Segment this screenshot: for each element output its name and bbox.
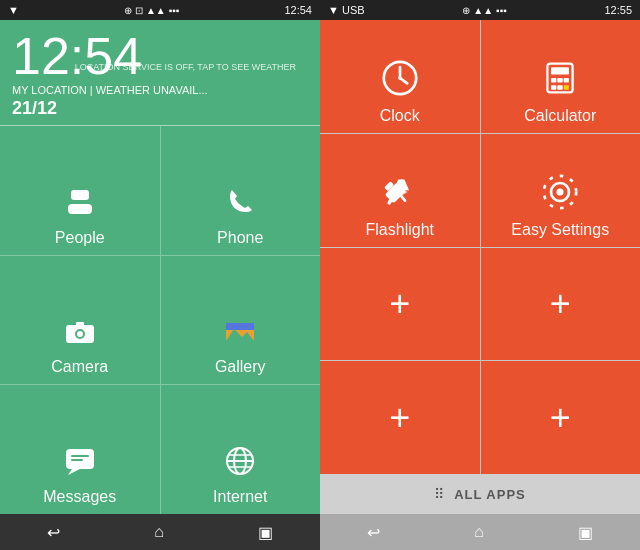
svg-rect-29 [558, 85, 563, 90]
left-status-bar: ▼ ⊕ ⊡ ▲▲ ▪▪▪ 12:54 [0, 0, 320, 20]
calculator-icon [542, 60, 578, 103]
svg-point-5 [77, 331, 83, 337]
phone-icon [224, 186, 256, 225]
app-cell-gallery[interactable]: Gallery [161, 256, 321, 385]
app-cell-camera[interactable]: Camera [0, 256, 160, 385]
widget-time: 12:54 [12, 30, 308, 82]
clock-icon [382, 60, 418, 103]
left-phone: ▼ ⊕ ⊡ ▲▲ ▪▪▪ 12:54 12:54 LOCATION SERVIC… [0, 0, 320, 550]
app-cell-clock[interactable]: Clock [320, 20, 480, 133]
flashlight-icon [382, 174, 418, 217]
gallery-icon [224, 315, 256, 354]
gallery-label: Gallery [215, 358, 266, 376]
date-text: 21/12 [12, 98, 308, 119]
right-status-bar: ▼ USB ⊕ ▲▲ ▪▪▪ 12:55 [320, 0, 640, 20]
left-time: 12:54 [284, 4, 312, 16]
home-button-right[interactable]: ⌂ [462, 519, 496, 545]
camera-label: Camera [51, 358, 108, 376]
app-cell-calculator[interactable]: Calculator [481, 20, 641, 133]
svg-rect-13 [71, 459, 83, 461]
svg-marker-35 [393, 179, 408, 190]
svg-rect-24 [551, 67, 569, 74]
svg-point-22 [398, 76, 402, 80]
svg-rect-27 [564, 78, 569, 83]
svg-rect-12 [71, 455, 89, 457]
add-app-2[interactable]: + [481, 248, 641, 361]
add-icon-2: + [550, 283, 571, 325]
all-apps-bar[interactable]: ⠿ ALL APPS [320, 474, 640, 514]
app-cell-flashlight[interactable]: Flashlight [320, 134, 480, 247]
svg-rect-30 [564, 85, 569, 90]
all-apps-grid-icon: ⠿ [434, 486, 446, 502]
right-status-icons: ⊕ ▲▲ ▪▪▪ [462, 5, 506, 16]
app-cell-people[interactable]: People [0, 126, 160, 255]
svg-rect-6 [76, 322, 84, 326]
right-nav-bar: ↩ ⌂ ▣ [320, 514, 640, 550]
all-apps-label: ALL APPS [454, 487, 526, 502]
svg-rect-28 [551, 85, 556, 90]
app-cell-internet[interactable]: Internet [161, 385, 321, 514]
svg-point-38 [557, 188, 564, 195]
svg-rect-2 [68, 204, 92, 214]
svg-rect-1 [71, 190, 89, 200]
internet-label: Internet [213, 488, 267, 506]
svg-rect-8 [226, 323, 254, 330]
easy-settings-icon [542, 174, 578, 217]
easy-settings-label: Easy Settings [511, 221, 609, 239]
left-nav-bar: ↩ ⌂ ▣ [0, 514, 320, 550]
camera-icon [64, 315, 96, 354]
widget-top: 12:54 LOCATION SERVICE IS OFF, TAP TO SE… [12, 30, 308, 82]
people-label: People [55, 229, 105, 247]
add-app-4[interactable]: + [481, 361, 641, 474]
phone-label: Phone [217, 229, 263, 247]
add-icon-3: + [389, 397, 410, 439]
back-button-left[interactable]: ↩ [35, 519, 72, 546]
right-app-grid: Clock Calculator [320, 20, 640, 474]
back-button-right[interactable]: ↩ [355, 519, 392, 546]
clock-label: Clock [380, 107, 420, 125]
left-status-icons: ⊕ ⊡ ▲▲ ▪▪▪ [124, 5, 179, 16]
recents-button-right[interactable]: ▣ [566, 519, 605, 546]
svg-rect-25 [551, 78, 556, 83]
messages-label: Messages [43, 488, 116, 506]
add-icon-4: + [550, 397, 571, 439]
app-cell-phone[interactable]: Phone [161, 126, 321, 255]
right-phone: ▼ USB ⊕ ▲▲ ▪▪▪ 12:55 Clock [320, 0, 640, 550]
right-status-left: ▼ USB [328, 4, 365, 16]
svg-rect-26 [558, 78, 563, 83]
app-cell-messages[interactable]: Messages [0, 385, 160, 514]
calculator-label: Calculator [524, 107, 596, 125]
right-time: 12:55 [604, 4, 632, 16]
messages-icon [64, 445, 96, 484]
location-service-notice: LOCATION SERVICE IS OFF, TAP TO SEE WEAT… [75, 62, 296, 74]
add-icon-1: + [389, 283, 410, 325]
left-app-grid: People Phone Camera [0, 125, 320, 514]
app-cell-easy-settings[interactable]: Easy Settings [481, 134, 641, 247]
internet-icon [224, 445, 256, 484]
people-icon [64, 186, 96, 225]
left-status-left: ▼ [8, 4, 19, 16]
flashlight-label: Flashlight [366, 221, 434, 239]
recents-button-left[interactable]: ▣ [246, 519, 285, 546]
add-app-1[interactable]: + [320, 248, 480, 361]
home-button-left[interactable]: ⌂ [142, 519, 176, 545]
svg-marker-11 [68, 469, 80, 475]
widget-area: 12:54 LOCATION SERVICE IS OFF, TAP TO SE… [0, 20, 320, 125]
location-text: MY LOCATION | WEATHER UNAVAIL... [12, 84, 308, 96]
add-app-3[interactable]: + [320, 361, 480, 474]
